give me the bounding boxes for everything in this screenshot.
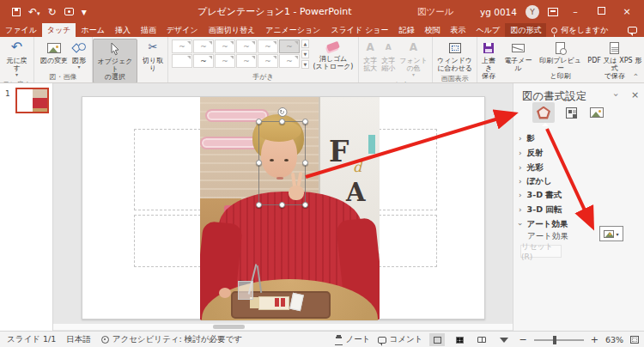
selection-handle[interactable] bbox=[256, 202, 262, 208]
pen-swatch[interactable]: ~ bbox=[193, 40, 214, 53]
effects-tab[interactable] bbox=[532, 102, 555, 123]
pane-close-icon[interactable]: × bbox=[631, 89, 639, 100]
print-preview-button[interactable]: 印刷プレビュー と印刷 bbox=[537, 39, 585, 82]
artistic-effect-dropdown[interactable]: ▾ bbox=[599, 226, 623, 241]
horizontal-scrollbar[interactable] bbox=[53, 324, 513, 330]
collapse-ribbon-icon[interactable]: › bbox=[631, 73, 640, 76]
touch-mode-icon[interactable] bbox=[64, 8, 74, 15]
tab-file[interactable]: ファイル bbox=[0, 23, 42, 37]
save-icon[interactable] bbox=[12, 8, 21, 16]
notes-icon bbox=[335, 338, 343, 345]
tab-record[interactable]: 記録 bbox=[394, 23, 420, 37]
tab-touch[interactable]: タッチ bbox=[42, 23, 76, 37]
fit-slide-to-window-icon[interactable] bbox=[630, 336, 639, 344]
tab-help[interactable]: ヘルプ bbox=[471, 23, 506, 37]
pen-swatch[interactable]: ~ bbox=[236, 40, 257, 53]
pen-swatch[interactable]: ~ bbox=[193, 54, 214, 68]
fit-to-window-button[interactable]: ウィンドウ に合わせる bbox=[435, 39, 474, 73]
comments-button[interactable]: コメント bbox=[378, 334, 423, 345]
save-button[interactable]: 上書き 保存 bbox=[477, 39, 500, 82]
notes-button[interactable]: ノート bbox=[335, 334, 371, 345]
tab-transitions[interactable]: 画面切り替え bbox=[204, 23, 260, 37]
pen-swatch-selected[interactable]: ~ bbox=[279, 40, 300, 53]
selection-handle[interactable] bbox=[279, 202, 285, 208]
highlighter-swatch[interactable] bbox=[172, 54, 192, 68]
rotate-handle-icon[interactable]: ↻ bbox=[277, 107, 287, 117]
minimize-button[interactable]: – bbox=[567, 0, 584, 23]
pen-swatch[interactable]: ~ bbox=[215, 54, 235, 68]
reset-button[interactable]: リセット(R) bbox=[520, 245, 562, 258]
tab-insert[interactable]: 挿入 bbox=[110, 23, 136, 37]
selection-handle[interactable] bbox=[279, 119, 285, 125]
pane-section-shadow[interactable]: ›影 bbox=[519, 131, 639, 145]
undo-caret-icon[interactable]: ▾ bbox=[37, 10, 40, 17]
selection-handle[interactable] bbox=[302, 119, 308, 125]
pen-swatch[interactable]: ~ bbox=[258, 40, 278, 53]
avatar[interactable]: Y bbox=[526, 5, 539, 19]
tab-animations[interactable]: アニメーション bbox=[260, 23, 325, 37]
view-reading-button[interactable] bbox=[474, 333, 489, 346]
tab-design[interactable]: デザイン bbox=[161, 23, 204, 37]
pane-section-soft-edges[interactable]: ›ぼかし bbox=[519, 174, 639, 188]
pen-swatch[interactable]: ~ bbox=[236, 54, 257, 68]
selection-handle[interactable] bbox=[256, 160, 262, 166]
tab-draw[interactable]: 描画 bbox=[136, 23, 161, 37]
zoom-level[interactable]: 63% bbox=[605, 335, 623, 344]
language-indicator[interactable]: 日本語 bbox=[66, 334, 91, 345]
gallery-down-icon[interactable]: ▼ bbox=[301, 50, 309, 58]
shapes-button[interactable]: 図形▾ bbox=[70, 39, 88, 71]
comments-icon[interactable] bbox=[628, 27, 637, 33]
tab-slideshow[interactable]: スライド ショー bbox=[325, 23, 393, 37]
font-color-button[interactable]: A フォント の色▾ bbox=[398, 39, 429, 79]
close-button[interactable]: × bbox=[618, 0, 635, 23]
ribbon: ↶ 元に戻 す▾ 元に戻す 図の変更 図形▾ 図・画像 bbox=[0, 37, 644, 83]
undo-icon[interactable]: ↶▾ bbox=[28, 7, 40, 17]
gallery-more-icon[interactable]: ▼ bbox=[301, 60, 309, 69]
selection-handle[interactable] bbox=[302, 202, 308, 208]
pen-swatch[interactable]: ~ bbox=[258, 54, 278, 68]
zoom-out-button[interactable]: − bbox=[519, 334, 526, 345]
tab-review[interactable]: 校閲 bbox=[420, 23, 446, 37]
undo-button[interactable]: ↶ 元に戻 す▾ bbox=[4, 39, 28, 79]
change-picture-button[interactable]: 図の変更 bbox=[39, 39, 70, 65]
ribbon-display-options-icon[interactable] bbox=[548, 8, 558, 16]
tell-me-box[interactable]: 何をしますか bbox=[546, 23, 613, 37]
grow-font-button[interactable]: A 文字 拡大 bbox=[361, 39, 379, 73]
view-sorter-button[interactable] bbox=[452, 333, 467, 346]
customize-qat-icon[interactable]: ▾ bbox=[82, 7, 87, 17]
pane-section-3d-format[interactable]: ›3-D 書式 bbox=[519, 188, 639, 202]
pane-section-3d-rotation[interactable]: ›3-D 回転 bbox=[519, 203, 639, 216]
picture-tab[interactable] bbox=[586, 102, 608, 123]
accessibility-status[interactable]: アクセシビリティ: 検討が必要です bbox=[101, 334, 242, 345]
size-properties-tab[interactable] bbox=[560, 102, 582, 123]
slide-thumbnail[interactable] bbox=[15, 88, 49, 113]
pane-collapse-icon[interactable]: › bbox=[611, 94, 621, 97]
email-button[interactable]: 電子メール bbox=[501, 39, 536, 73]
zoom-slider[interactable] bbox=[534, 339, 584, 341]
pane-section-reflection[interactable]: ›反射 bbox=[519, 146, 639, 160]
maximize-button[interactable] bbox=[592, 0, 610, 23]
eraser-button[interactable]: 消しゴム (ストローク) bbox=[311, 37, 355, 71]
tab-picture-format[interactable]: 図の形式 bbox=[505, 23, 546, 37]
pen-swatch[interactable]: ~ bbox=[172, 40, 192, 53]
selection-handle[interactable] bbox=[256, 119, 262, 125]
selection-box[interactable]: ↻ bbox=[258, 121, 306, 205]
scrollbar-thumb[interactable] bbox=[213, 325, 245, 329]
select-objects-button[interactable]: オブジェクト の選択 bbox=[93, 39, 137, 83]
view-normal-button[interactable] bbox=[429, 333, 445, 346]
tab-view[interactable]: 表示 bbox=[446, 23, 471, 37]
zoom-in-button[interactable]: + bbox=[591, 334, 598, 345]
account-name[interactable]: yg 0014 bbox=[480, 7, 517, 17]
redo-icon[interactable]: ↻ bbox=[48, 7, 57, 17]
pen-swatch[interactable]: ~ bbox=[215, 40, 235, 53]
tab-home[interactable]: ホーム bbox=[76, 23, 109, 37]
pen-swatch[interactable]: ~ bbox=[279, 54, 300, 68]
pane-section-glow[interactable]: ›光彩 bbox=[519, 161, 639, 174]
shrink-font-button[interactable]: A 文字 縮小 bbox=[380, 39, 397, 73]
slide-canvas[interactable]: F d A bbox=[82, 96, 485, 320]
selection-handle[interactable] bbox=[302, 160, 308, 166]
view-slideshow-button[interactable] bbox=[496, 333, 512, 346]
gallery-up-icon[interactable]: ▲ bbox=[301, 40, 309, 48]
zoom-slider-thumb[interactable] bbox=[553, 336, 556, 344]
cut-button[interactable]: ✂ 切り取り bbox=[138, 39, 167, 73]
